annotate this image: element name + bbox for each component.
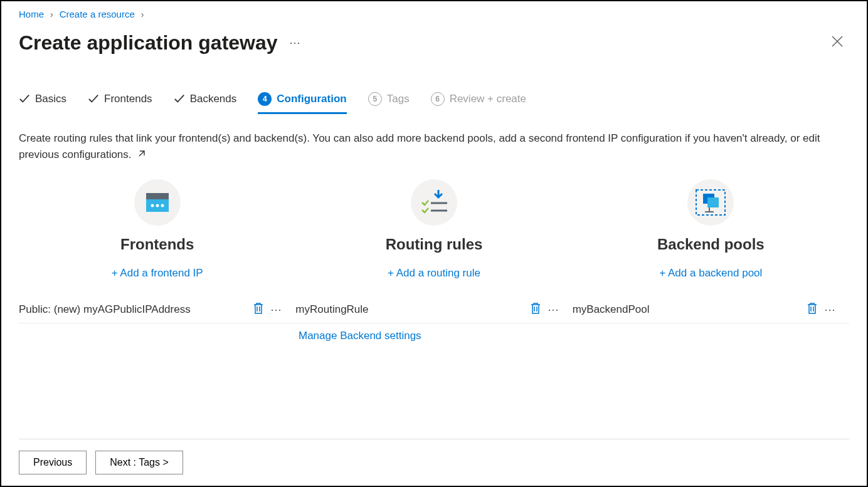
tab-basics-label: Basics <box>35 93 66 105</box>
config-columns: Frontends + Add a frontend IP Routing ru… <box>19 179 849 280</box>
step-number-icon: 5 <box>368 92 382 106</box>
svg-rect-11 <box>705 211 714 212</box>
col-backend-pools-title: Backend pools <box>657 236 765 253</box>
more-icon[interactable]: ⋯ <box>289 36 302 50</box>
tab-review-create[interactable]: 6 Review + create <box>431 92 526 114</box>
breadcrumb-create-resource[interactable]: Create a resource <box>60 9 135 19</box>
routing-rule-item: myRoutingRule ⋯ <box>295 302 572 318</box>
add-frontend-ip-link[interactable]: + Add a frontend IP <box>112 267 203 280</box>
svg-rect-10 <box>709 207 710 211</box>
tab-review-create-label: Review + create <box>450 93 526 105</box>
more-icon[interactable]: ⋯ <box>548 303 560 317</box>
trash-icon[interactable] <box>530 302 541 318</box>
check-icon <box>88 93 99 105</box>
tab-tags-label: Tags <box>387 93 410 105</box>
more-icon[interactable]: ⋯ <box>824 303 837 317</box>
tab-frontends-label: Frontends <box>104 93 152 105</box>
tab-configuration-label: Configuration <box>277 93 346 105</box>
col-backend-pools: Backend pools + Add a backend pool <box>573 179 849 280</box>
step-number-icon: 4 <box>258 92 272 106</box>
chevron-right-icon: › <box>50 9 53 19</box>
footer: Previous Next : Tags > <box>19 439 849 486</box>
description-text: Create routing rules that link your fron… <box>19 130 849 164</box>
routing-rules-icon <box>411 179 457 226</box>
frontend-item-label[interactable]: Public: (new) myAGPublicIPAddress <box>19 303 253 316</box>
step-number-icon: 6 <box>431 92 445 106</box>
check-icon <box>19 93 30 105</box>
breadcrumb-home[interactable]: Home <box>19 9 44 19</box>
trash-icon[interactable] <box>253 302 264 318</box>
tab-frontends[interactable]: Frontends <box>88 93 152 113</box>
frontends-icon <box>134 179 181 226</box>
tab-basics[interactable]: Basics <box>19 93 66 113</box>
col-frontends-title: Frontends <box>120 236 194 253</box>
frontend-item: Public: (new) myAGPublicIPAddress ⋯ <box>19 302 295 318</box>
svg-point-3 <box>156 204 159 207</box>
config-row: Public: (new) myAGPublicIPAddress ⋯ myRo… <box>19 297 849 323</box>
add-backend-pool-link[interactable]: + Add a backend pool <box>659 267 762 280</box>
svg-point-2 <box>151 204 154 207</box>
more-icon[interactable]: ⋯ <box>270 303 283 317</box>
next-button[interactable]: Next : Tags > <box>95 451 183 474</box>
col-routing-rules: Routing rules + Add a routing rule <box>295 179 572 280</box>
page-title: Create application gateway <box>19 31 278 55</box>
breadcrumb: Home › Create a resource › <box>19 9 849 19</box>
wizard-tabs: Basics Frontends Backends 4 Configuratio… <box>19 92 849 114</box>
add-routing-rule-link[interactable]: + Add a routing rule <box>388 267 480 280</box>
trash-icon[interactable] <box>807 302 818 318</box>
routing-rule-item-label[interactable]: myRoutingRule <box>295 303 529 316</box>
tab-tags[interactable]: 5 Tags <box>368 92 410 114</box>
manage-backend-settings-link[interactable]: Manage Backend settings <box>19 330 849 342</box>
close-icon[interactable] <box>825 31 849 55</box>
backend-pool-item: myBackendPool ⋯ <box>573 302 849 318</box>
title-row: Create application gateway ⋯ <box>19 31 849 55</box>
tab-backends[interactable]: Backends <box>174 93 237 113</box>
external-link-icon[interactable] <box>137 147 146 164</box>
chevron-right-icon: › <box>141 9 144 19</box>
tab-backends-label: Backends <box>190 93 237 105</box>
svg-point-4 <box>161 204 164 207</box>
tab-configuration[interactable]: 4 Configuration <box>258 92 346 114</box>
svg-rect-9 <box>707 197 719 207</box>
col-frontends: Frontends + Add a frontend IP <box>19 179 295 280</box>
backend-pool-item-label[interactable]: myBackendPool <box>573 303 807 316</box>
previous-button[interactable]: Previous <box>19 451 87 474</box>
backend-pools-icon <box>687 179 734 226</box>
svg-rect-0 <box>146 193 169 199</box>
check-icon <box>174 93 185 105</box>
col-routing-rules-title: Routing rules <box>386 236 483 253</box>
